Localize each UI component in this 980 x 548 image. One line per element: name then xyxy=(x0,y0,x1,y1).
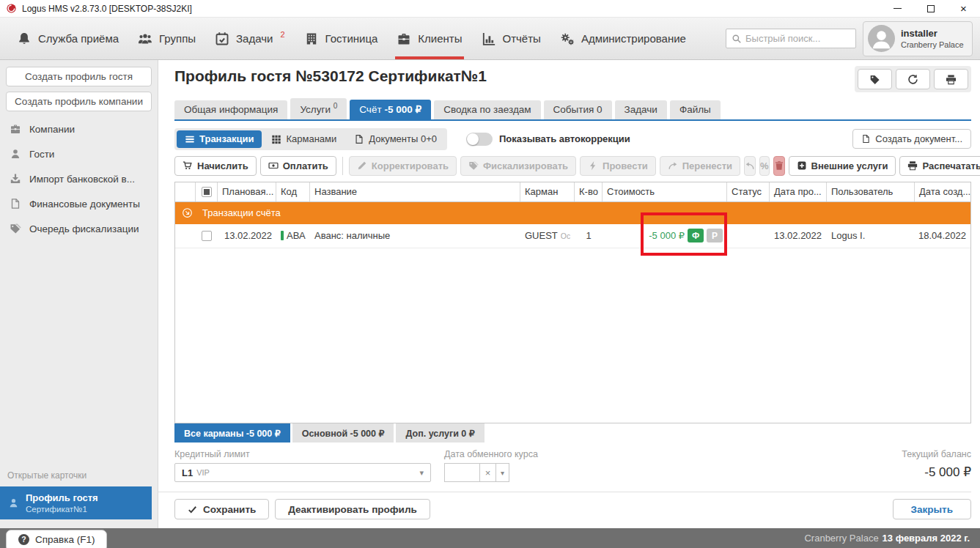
window-close-button[interactable]: × xyxy=(947,0,980,17)
maximize-icon xyxy=(927,5,935,12)
sidebar: Создать профиль гостя Создать профиль ко… xyxy=(0,60,158,528)
transactions-group-row[interactable]: Транзакции счёта xyxy=(175,202,970,224)
account-form-row: Кредитный лимит L1 VIP ▾ Дата обменного … xyxy=(174,449,971,482)
print-button[interactable]: Распечатать xyxy=(899,156,980,176)
create-company-profile-button[interactable]: Создать профиль компании xyxy=(6,92,152,111)
nav-label: Отчёты xyxy=(503,32,541,45)
window-minimize-button[interactable] xyxy=(881,0,914,17)
credit-limit-value: L1 xyxy=(182,467,193,478)
collapse-group-icon[interactable] xyxy=(182,207,193,218)
external-services-button[interactable]: Внешние услуги xyxy=(789,156,896,176)
pocket-tab-all[interactable]: Все карманы -5 000 ₽ xyxy=(174,423,290,443)
pocket-tab-main[interactable]: Основной -5 000 ₽ xyxy=(292,423,394,443)
pay-button[interactable]: Оплатить xyxy=(260,156,336,176)
nav-item-reports[interactable]: Отчёты xyxy=(472,18,550,59)
view-tab-transactions[interactable]: Транзакции xyxy=(177,130,262,148)
view-tab-documents[interactable]: Документы 0+0 xyxy=(346,130,445,148)
credit-limit-select[interactable]: L1 VIP ▾ xyxy=(174,463,431,482)
nav-item-administration[interactable]: Администрирование xyxy=(550,18,696,59)
building-icon xyxy=(304,32,319,46)
tab-services[interactable]: Услуги 0 xyxy=(290,98,347,119)
credit-limit-tag: VIP xyxy=(196,468,210,477)
create-document-button[interactable]: Создать документ... xyxy=(852,129,971,149)
sidebar-item-financial-documents[interactable]: Финансовые документы xyxy=(0,191,158,216)
tab-stays-summary[interactable]: Сводка по заездам xyxy=(434,100,540,119)
sidebar-item-companies[interactable]: Компании xyxy=(0,116,158,141)
plus-square-icon xyxy=(797,160,807,171)
arrow-redo-icon xyxy=(668,160,678,171)
tab-files[interactable]: Файлы xyxy=(670,100,721,119)
document-icon xyxy=(861,134,871,144)
balance-value: -5 000 ₽ xyxy=(902,464,971,480)
tags-icon xyxy=(468,160,479,171)
help-button[interactable]: ? Справка (F1) xyxy=(6,530,107,548)
nav-label: Администрирование xyxy=(581,32,686,45)
clear-date-button[interactable]: × xyxy=(479,463,496,482)
correct-button: Корректировать xyxy=(349,156,457,176)
save-button[interactable]: Сохранить xyxy=(174,499,269,519)
view-switcher-row: Транзакции Карманами Документы 0+0 Показ… xyxy=(174,128,971,150)
autocorrections-toggle[interactable] xyxy=(466,133,493,146)
tab-account[interactable]: Счёт-5 000 ₽ xyxy=(350,100,431,119)
toggle-knob xyxy=(467,133,479,145)
nav-label: Служба приёма xyxy=(38,32,119,45)
tab-tasks[interactable]: Задачи xyxy=(615,100,667,119)
nav-item-hotel[interactable]: Гостиница xyxy=(295,18,388,59)
header-cost[interactable]: Стоимость xyxy=(603,182,727,201)
briefcase-icon xyxy=(397,32,411,46)
import-download-icon xyxy=(10,173,21,185)
nav-label: Клиенты xyxy=(418,32,462,45)
status-date: 13 февраля 2022 г. xyxy=(883,533,970,544)
header-planned-date[interactable]: Плановая... xyxy=(218,182,276,201)
nav-item-groups[interactable]: Группы xyxy=(128,18,205,59)
header-pocket[interactable]: Карман xyxy=(520,182,575,201)
row-checkbox[interactable] xyxy=(202,231,212,241)
sidebar-item-bank-import[interactable]: Импорт банковской в... xyxy=(0,166,158,191)
exchange-rate-date-label: Дата обменного курса xyxy=(444,449,538,459)
user-menu[interactable]: installer Cranberry Palace xyxy=(863,21,973,56)
tab-general-info[interactable]: Общая информация xyxy=(174,100,287,119)
deactivate-profile-button[interactable]: Деактивировать профиль xyxy=(275,499,430,519)
main-content: Профиль гостя №530172 Сертификат№1 Общая… xyxy=(158,60,980,528)
header-process-date[interactable]: Дата про... xyxy=(770,182,827,201)
pocket-type: Осно xyxy=(561,232,570,240)
bolt-icon xyxy=(588,160,598,171)
header-user[interactable]: Пользователь xyxy=(827,182,915,201)
sidebar-item-fiscalization-queue[interactable]: Очередь фискализации xyxy=(0,216,158,241)
check-icon xyxy=(188,505,197,514)
tab-events[interactable]: События 0 xyxy=(544,100,612,119)
create-guest-profile-button[interactable]: Создать профиль гостя xyxy=(6,67,152,86)
nav-item-clients[interactable]: Клиенты xyxy=(387,18,471,59)
date-dropdown-button[interactable]: ▾ xyxy=(496,463,509,482)
question-icon: ? xyxy=(18,534,29,545)
header-qty[interactable]: К-во xyxy=(575,182,603,201)
header-select-all[interactable] xyxy=(196,182,218,201)
history-button[interactable] xyxy=(896,69,930,89)
header-expand xyxy=(175,182,196,201)
header-code[interactable]: Код xyxy=(276,182,310,201)
header-created-date[interactable]: Дата созд... xyxy=(915,182,970,201)
close-button[interactable]: Закрыть xyxy=(893,499,971,519)
calendar-check-icon xyxy=(215,32,229,46)
open-card-guest-profile[interactable]: Профиль гостя Сертификат№1 xyxy=(0,486,152,519)
nav-item-tasks[interactable]: Задачи2 xyxy=(205,18,295,59)
window-maximize-button[interactable] xyxy=(914,0,947,17)
transaction-row[interactable]: 13.02.2022 АВА Аванс: наличные GUESTОсно… xyxy=(175,224,970,248)
nav-item-reception[interactable]: Служба приёма xyxy=(7,18,128,59)
sidebar-item-guests[interactable]: Гости xyxy=(0,141,158,166)
charge-button[interactable]: Начислить xyxy=(174,156,257,176)
print-profile-button[interactable] xyxy=(934,69,968,89)
view-tab-pockets[interactable]: Карманами xyxy=(263,130,345,148)
fiscalize-button: Фискализировать xyxy=(460,156,576,176)
receipt-badge: Р xyxy=(707,229,723,242)
exchange-rate-date-input[interactable] xyxy=(444,463,479,482)
header-name[interactable]: Название xyxy=(310,182,520,201)
avatar xyxy=(868,25,895,52)
pocket-tabs: Все карманы -5 000 ₽ Основной -5 000 ₽ Д… xyxy=(174,423,971,443)
person-icon xyxy=(10,148,21,160)
tag-button[interactable] xyxy=(858,69,892,89)
table-header-row: Плановая... Код Название Карман К-во Сто… xyxy=(175,182,970,202)
pocket-tab-extra[interactable]: Доп. услуги 0 ₽ xyxy=(396,423,484,443)
header-status[interactable]: Статус xyxy=(727,182,770,201)
search-input[interactable] xyxy=(745,33,850,44)
